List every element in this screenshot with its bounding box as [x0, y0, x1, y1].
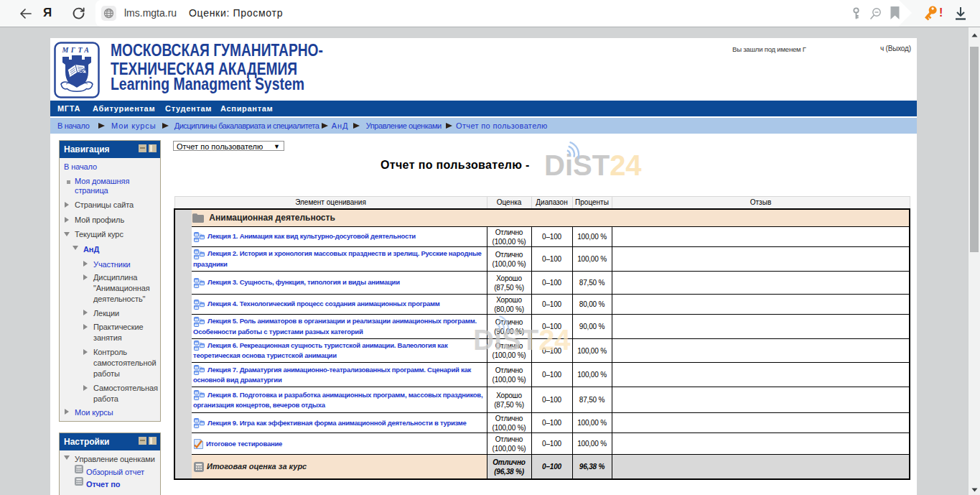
svg-text:МГТА: МГТА: [61, 46, 91, 54]
svg-text:!: !: [939, 6, 943, 19]
